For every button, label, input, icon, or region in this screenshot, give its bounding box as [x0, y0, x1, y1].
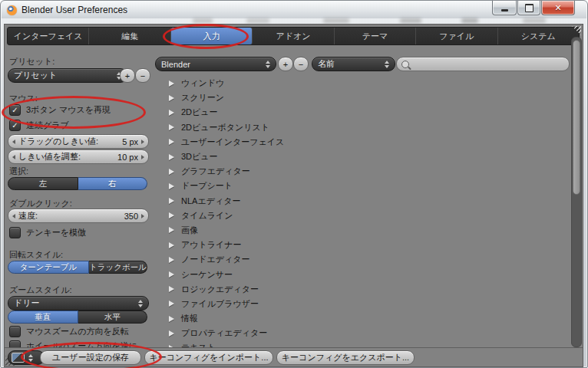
preset-dropdown-value: プリセット	[14, 70, 57, 81]
keymap-category-label: NLAエディター	[181, 196, 240, 207]
tweak-threshold-field[interactable]: しきい値を調整: 10 px	[8, 150, 149, 164]
keyconfig-dropdown[interactable]: Blender	[155, 57, 276, 71]
keymap-category-row[interactable]: 2Dビュー	[155, 105, 554, 120]
emulate-numpad-row[interactable]: テンキーを模倣	[9, 227, 86, 238]
keymap-category-row[interactable]: シーケンサー	[155, 267, 554, 281]
expand-triangle-icon[interactable]	[169, 110, 174, 116]
keymap-category-row[interactable]: タイムライン	[155, 209, 554, 223]
keymap-category-row[interactable]: ノードエディター	[155, 252, 554, 267]
invert-mouse-zoom-label: マウスズームの方向を反転	[26, 326, 129, 337]
tab-addons[interactable]: アドオン	[253, 28, 334, 44]
expand-triangle-icon[interactable]	[169, 198, 174, 204]
orbit-turntable-option[interactable]: ターンテーブル	[8, 261, 89, 274]
preset-add-button[interactable]: +	[120, 68, 135, 83]
expand-triangle-icon[interactable]	[169, 80, 174, 87]
filter-type-dropdown[interactable]: 名前	[312, 57, 395, 71]
expand-triangle-icon[interactable]	[169, 124, 174, 130]
preset-dropdown[interactable]: プリセット	[8, 68, 127, 83]
keymap-search-field[interactable]	[396, 57, 570, 71]
drag-threshold-value: 5 px	[122, 137, 138, 146]
keymap-category-row[interactable]: プロパティエディター	[155, 326, 554, 340]
increment-arrow-icon[interactable]	[141, 155, 144, 159]
close-button[interactable]: ✕	[541, 1, 575, 15]
expand-triangle-icon[interactable]	[169, 242, 174, 248]
expand-triangle-icon[interactable]	[169, 183, 174, 189]
zoom-vertical-option[interactable]: 垂直	[8, 310, 78, 324]
keymap-category-label: 画像	[181, 225, 198, 236]
expand-triangle-icon[interactable]	[169, 154, 174, 160]
tweak-threshold-value: 10 px	[117, 153, 138, 162]
keymap-category-label: ファイルブラウザー	[181, 298, 259, 310]
emulate-3-button-mouse-row[interactable]: ✓ 3ボタン マウスを再現	[9, 104, 111, 116]
keymap-category-label: 3Dビュー	[181, 151, 218, 163]
keymap-category-row[interactable]: 画像	[155, 223, 554, 238]
expand-triangle-icon[interactable]	[169, 95, 174, 101]
tab-input[interactable]: 入力	[171, 28, 253, 44]
tab-themes[interactable]: テーマ	[335, 28, 416, 44]
double-click-label: ダブルクリック:	[9, 198, 72, 209]
keymap-category-row[interactable]: ウィンドウ	[155, 76, 554, 90]
keymap-category-row[interactable]: グラフエディター	[155, 164, 554, 179]
continuous-grab-row[interactable]: ✓ 連続グラブ	[9, 120, 69, 131]
drag-threshold-label: ドラッグのしきい値:	[18, 136, 98, 147]
select-left-option[interactable]: 左	[8, 177, 78, 190]
keyconfig-remove-button[interactable]: −	[293, 57, 309, 71]
keymap-category-row[interactable]: ファイルブラウザー	[155, 297, 554, 311]
minimize-button[interactable]	[492, 1, 517, 15]
keymap-category-row[interactable]: NLAエディター	[155, 194, 554, 209]
minus-icon: −	[140, 71, 145, 80]
decrement-arrow-icon[interactable]	[12, 214, 15, 219]
decrement-arrow-icon[interactable]	[12, 140, 15, 144]
blender-logo-icon	[7, 5, 17, 15]
checkbox-unchecked-icon[interactable]	[9, 326, 21, 337]
keymap-category-row[interactable]: 情報	[155, 311, 554, 326]
expand-triangle-icon[interactable]	[169, 212, 174, 219]
checkbox-checked-icon[interactable]: ✓	[9, 104, 21, 116]
search-input[interactable]	[413, 59, 564, 70]
keymap-category-row[interactable]: スクリーン	[155, 90, 554, 105]
tab-editing[interactable]: 編集	[89, 28, 170, 44]
checkbox-unchecked-icon[interactable]	[9, 227, 21, 238]
maximize-button[interactable]	[517, 1, 540, 15]
scrollbar-thumb[interactable]	[573, 40, 580, 195]
expand-triangle-icon[interactable]	[169, 257, 174, 263]
tab-interface[interactable]: インターフェイス	[8, 28, 89, 44]
orbit-trackball-option[interactable]: トラックボール	[89, 261, 147, 274]
tab-system[interactable]: システム	[498, 28, 579, 44]
expand-triangle-icon[interactable]	[169, 316, 174, 322]
search-icon	[401, 61, 409, 68]
expand-triangle-icon[interactable]	[169, 330, 174, 337]
export-key-config-button[interactable]: キーコンフィグをエクスポート...	[276, 350, 415, 365]
expand-triangle-icon[interactable]	[169, 301, 174, 307]
select-right-option[interactable]: 右	[78, 177, 148, 190]
keymap-category-row[interactable]: 3Dビュー	[155, 150, 554, 164]
keymap-category-row[interactable]: ロジックエディター	[155, 282, 554, 297]
import-key-config-button[interactable]: キーコンフィグをインポート...	[144, 350, 273, 365]
drag-threshold-field[interactable]: ドラッグのしきい値: 5 px	[8, 134, 149, 149]
increment-arrow-icon[interactable]	[141, 214, 144, 219]
expand-triangle-icon[interactable]	[169, 139, 174, 145]
keymap-category-row[interactable]: ドープシート	[155, 179, 554, 193]
decrement-arrow-icon[interactable]	[12, 155, 15, 159]
invert-mouse-zoom-row[interactable]: マウスズームの方向を反転	[9, 326, 129, 337]
increment-arrow-icon[interactable]	[141, 140, 144, 144]
expand-triangle-icon[interactable]	[169, 271, 174, 278]
zoom-horizontal-option[interactable]: 水平	[78, 310, 148, 324]
preset-remove-button[interactable]: −	[135, 68, 150, 83]
emulate-numpad-label: テンキーを模倣	[26, 227, 86, 238]
double-click-speed-field[interactable]: 速度: 350	[8, 209, 149, 223]
keymap-category-row[interactable]: ユーザーインターフェイス	[155, 135, 554, 150]
expand-triangle-icon[interactable]	[169, 169, 174, 175]
save-user-settings-button[interactable]: ユーザー設定の保存	[40, 350, 141, 365]
keymap-category-row[interactable]: アウトライナー	[155, 238, 554, 252]
select-with-toggle: 左 右	[8, 177, 147, 190]
interaction-preset-widget[interactable]	[8, 350, 45, 365]
checkbox-checked-icon[interactable]: ✓	[9, 120, 21, 131]
expand-triangle-icon[interactable]	[169, 286, 174, 292]
keymap-category-row[interactable]: 2Dビューボタンリスト	[155, 120, 554, 135]
keymap-scrollbar[interactable]	[571, 37, 582, 347]
tab-file[interactable]: ファイル	[416, 28, 497, 44]
zoom-style-dropdown[interactable]: ドリー	[8, 296, 149, 310]
expand-triangle-icon[interactable]	[169, 227, 174, 233]
keyconfig-add-button[interactable]: +	[278, 57, 293, 71]
